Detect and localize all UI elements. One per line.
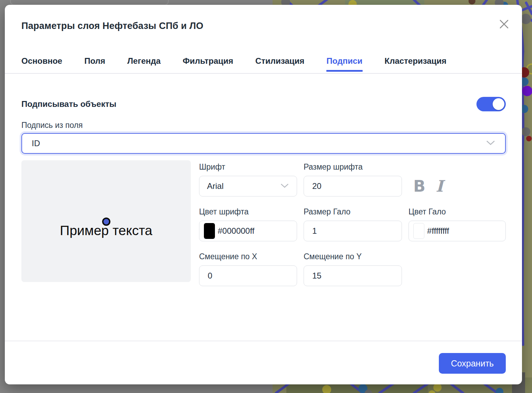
label-field-select[interactable]: ID <box>21 133 506 154</box>
tabs-divider <box>5 73 522 74</box>
font-size-input[interactable] <box>304 176 402 196</box>
preview-point-marker <box>102 218 110 226</box>
chevron-down-icon <box>486 140 495 147</box>
label-field-select-value: ID <box>32 139 40 148</box>
font-color-input[interactable]: #000000ff <box>199 221 297 241</box>
halo-color-value: #ffffffff <box>427 226 449 236</box>
dialog-title: Параметры слоя Нефтебазы СПб и ЛО <box>21 21 203 31</box>
toggle-knob <box>493 98 504 110</box>
tab-fields[interactable]: Поля <box>84 56 105 72</box>
halo-color-label: Цвет Гало <box>408 207 506 218</box>
tab-main[interactable]: Основное <box>21 56 62 72</box>
font-size-label: Размер шрифта <box>304 162 402 173</box>
tab-legend[interactable]: Легенда <box>127 56 161 72</box>
offset-x-input[interactable] <box>199 265 297 286</box>
close-icon <box>499 19 509 29</box>
tab-styling[interactable]: Стилизация <box>255 56 304 72</box>
label-objects-toggle-label: Подписывать объекты <box>21 99 116 109</box>
label-field-label: Подпись из поля <box>21 121 83 130</box>
label-settings-form: Шрифт Arial Размер шрифта B I Цвет шрифт… <box>199 160 506 295</box>
tab-clustering[interactable]: Кластеризация <box>385 56 447 72</box>
label-objects-toggle[interactable] <box>476 97 506 111</box>
font-color-value: #000000ff <box>218 226 254 236</box>
halo-size-label: Размер Гало <box>304 207 402 218</box>
layer-settings-dialog: Параметры слоя Нефтебазы СПб и ЛО Основн… <box>5 5 522 384</box>
font-color-swatch <box>204 223 215 239</box>
bold-button[interactable]: B <box>413 178 425 194</box>
halo-size-input[interactable] <box>304 221 402 241</box>
tab-labels[interactable]: Подписи <box>326 56 362 72</box>
italic-button[interactable]: I <box>436 178 443 194</box>
chevron-down-icon <box>280 183 289 190</box>
font-select[interactable]: Arial <box>199 176 297 196</box>
label-preview-panel: Пример текста <box>21 160 191 282</box>
font-label: Шрифт <box>199 162 297 173</box>
offset-x-label: Смещение по X <box>199 252 297 262</box>
font-color-label: Цвет шрифта <box>199 207 297 218</box>
halo-color-input[interactable]: #ffffffff <box>408 221 506 241</box>
close-button[interactable] <box>499 19 509 29</box>
text-style-buttons: B I <box>408 176 506 196</box>
halo-color-swatch <box>413 223 424 239</box>
font-select-value: Arial <box>207 181 224 191</box>
footer-divider <box>5 341 522 341</box>
tab-bar: Основное Поля Легенда Фильтрация Стилиза… <box>21 56 446 72</box>
save-button[interactable]: Сохранить <box>439 353 506 374</box>
offset-y-input[interactable] <box>304 265 402 286</box>
offset-y-label: Смещение по Y <box>304 252 402 262</box>
tab-filtering[interactable]: Фильтрация <box>183 56 233 72</box>
